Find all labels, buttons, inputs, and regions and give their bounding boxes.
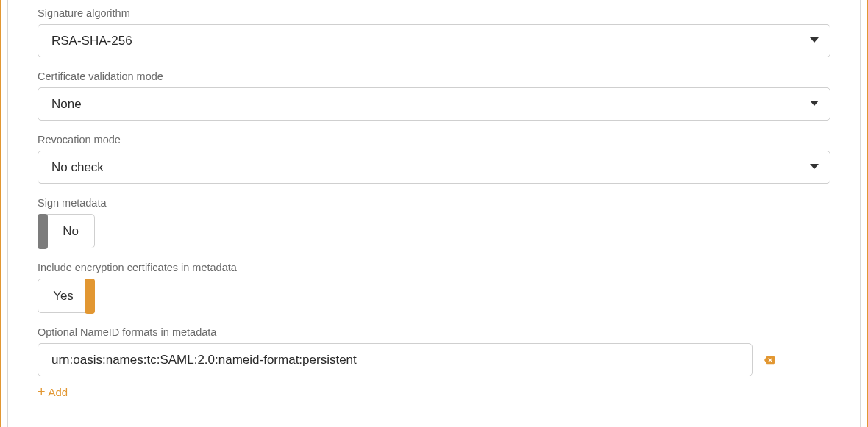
revocation-label: Revocation mode [38,134,830,146]
include-encryption-toggle[interactable]: Yes [38,279,95,313]
cert-validation-group: Certificate validation mode None [38,71,830,121]
nameid-add-button[interactable]: + Add [38,385,68,398]
signature-algorithm-group: Signature algorithm RSA-SHA-256 [38,7,830,57]
sign-metadata-toggle[interactable]: No [38,214,95,248]
page-frame-outer: Signature algorithm RSA-SHA-256 Certific… [0,0,868,427]
revocation-select[interactable]: No check [38,151,830,184]
signature-algorithm-label: Signature algorithm [38,7,830,19]
plus-icon: + [38,385,46,398]
signature-algorithm-select-wrap: RSA-SHA-256 [38,24,830,57]
revocation-group: Revocation mode No check [38,134,830,184]
nameid-input[interactable] [38,343,753,376]
nameid-add-label: Add [49,386,68,398]
include-encryption-label: Include encryption certificates in metad… [38,262,830,273]
nameid-delete-button[interactable] [764,355,775,365]
cert-validation-label: Certificate validation mode [38,71,830,82]
cert-validation-select-wrap: None [38,87,830,121]
sign-metadata-group: Sign metadata No [38,197,830,248]
revocation-select-wrap: No check [38,151,830,184]
toggle-handle-icon [38,214,48,249]
page-frame-inner: Signature algorithm RSA-SHA-256 Certific… [7,0,861,427]
nameid-label: Optional NameID formats in metadata [38,326,830,338]
nameid-row [38,343,830,376]
include-encryption-group: Include encryption certificates in metad… [38,262,830,313]
sign-metadata-label: Sign metadata [38,197,830,209]
cert-validation-select[interactable]: None [38,87,830,121]
toggle-handle-icon [85,279,95,314]
nameid-group: Optional NameID formats in metadata + Ad… [38,326,830,399]
signature-algorithm-select[interactable]: RSA-SHA-256 [38,24,830,57]
backspace-delete-icon [764,355,775,365]
